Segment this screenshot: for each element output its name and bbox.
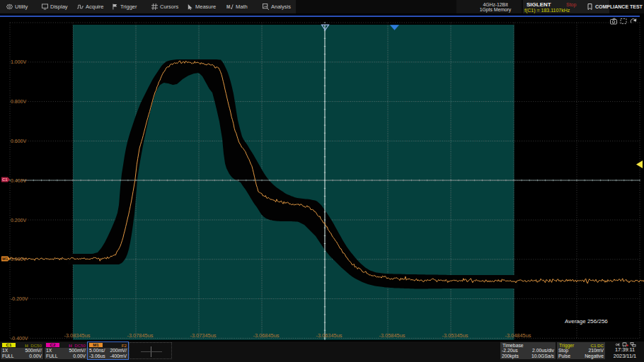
svg-text:1.000V: 1.000V (11, 59, 27, 64)
svg-text:C1: C1 (2, 177, 8, 182)
svg-text:Average 256/256: Average 256/256 (565, 318, 608, 325)
svg-text:-3.06845us: -3.06845us (253, 332, 280, 339)
svg-text:M: M (226, 4, 230, 9)
svg-text:0.400V: 0.400V (11, 178, 27, 183)
svg-text:0.200V: 0.200V (11, 218, 27, 223)
svg-text:-3.08345us: -3.08345us (64, 332, 91, 339)
svg-text:-0.200V: -0.200V (11, 296, 28, 301)
svg-text:M1: M1 (2, 257, 8, 261)
svg-text:-3.04845us: -3.04845us (505, 332, 531, 339)
svg-text:-3.05845us: -3.05845us (379, 332, 406, 339)
svg-text:-3.07345us: -3.07345us (190, 332, 217, 339)
svg-text:0.000V: 0.000V (11, 257, 27, 262)
svg-text:0.800V: 0.800V (11, 99, 27, 104)
svg-text:0.600V: 0.600V (11, 139, 27, 144)
svg-text:-0.400V: -0.400V (11, 336, 28, 341)
svg-text:-3.07845us: -3.07845us (127, 332, 154, 339)
svg-text:-3.06345us: -3.06345us (316, 332, 343, 339)
svg-text:-3.05345us: -3.05345us (442, 332, 468, 339)
